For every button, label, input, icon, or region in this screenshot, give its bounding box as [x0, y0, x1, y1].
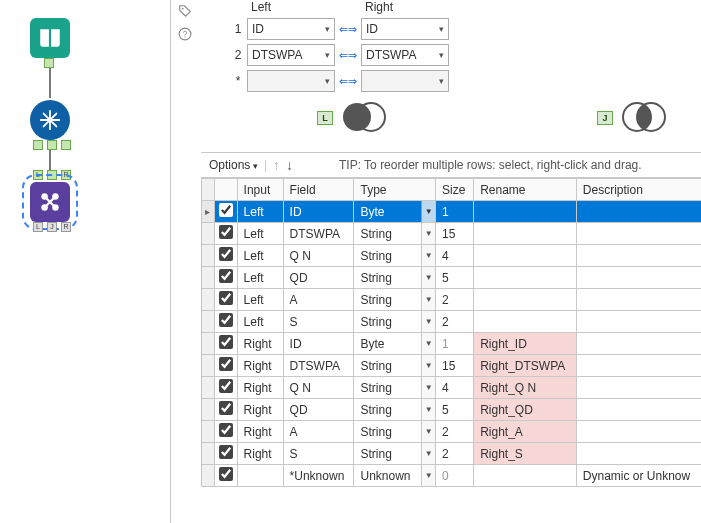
cell-description[interactable] [576, 377, 701, 399]
join-right-select[interactable]: ▾ [361, 70, 449, 92]
cell-field[interactable]: Q N [283, 377, 354, 399]
join-left-select[interactable]: DTSWPA▾ [247, 44, 335, 66]
table-row[interactable]: LeftSString▼2 [202, 311, 702, 333]
table-row[interactable]: RightSString▼2Right_S [202, 443, 702, 465]
cell-type[interactable]: String▼ [354, 355, 436, 377]
cell-field[interactable]: S [283, 443, 354, 465]
cell-rename[interactable] [474, 223, 577, 245]
chevron-down-icon[interactable]: ▼ [421, 399, 435, 420]
cell-size[interactable]: 1 [436, 333, 474, 355]
cell-description[interactable] [576, 201, 701, 223]
cell-input[interactable]: Right [237, 377, 283, 399]
chevron-down-icon[interactable]: ▼ [421, 443, 435, 464]
row-checkbox[interactable] [219, 335, 233, 349]
cell-size[interactable]: 15 [436, 223, 474, 245]
tag-icon[interactable] [178, 4, 192, 21]
cell-size[interactable]: 4 [436, 377, 474, 399]
cell-description[interactable] [576, 311, 701, 333]
row-checkbox[interactable] [219, 445, 233, 459]
cell-description[interactable]: Dynamic or Unknow [576, 465, 701, 487]
chevron-down-icon[interactable]: ▼ [421, 333, 435, 354]
venn-join[interactable]: J [621, 101, 667, 136]
col-field[interactable]: Field [283, 179, 354, 201]
cell-type[interactable]: Unknown▼ [354, 465, 436, 487]
tool-node-middle[interactable] [30, 100, 70, 140]
join-right-select[interactable]: DTSWPA▾ [361, 44, 449, 66]
anchor-out-j[interactable]: J [47, 222, 57, 232]
cell-input[interactable]: Left [237, 311, 283, 333]
cell-description[interactable] [576, 245, 701, 267]
cell-rename[interactable]: Right_DTSWPA [474, 355, 577, 377]
cell-type[interactable]: String▼ [354, 223, 436, 245]
table-row[interactable]: LeftDTSWPAString▼15 [202, 223, 702, 245]
cell-rename[interactable] [474, 465, 577, 487]
cell-type[interactable]: String▼ [354, 311, 436, 333]
table-row[interactable]: RightQDString▼5Right_QD [202, 399, 702, 421]
join-left-select[interactable]: ID▾ [247, 18, 335, 40]
cell-description[interactable] [576, 289, 701, 311]
cell-type[interactable]: String▼ [354, 443, 436, 465]
cell-rename[interactable] [474, 289, 577, 311]
cell-size[interactable]: 5 [436, 399, 474, 421]
cell-size[interactable]: 0 [436, 465, 474, 487]
cell-rename[interactable] [474, 267, 577, 289]
fields-grid[interactable]: Input Field Type Size Rename Description… [201, 178, 701, 487]
col-input[interactable]: Input [237, 179, 283, 201]
cell-size[interactable]: 4 [436, 245, 474, 267]
chevron-down-icon[interactable]: ▼ [421, 201, 435, 222]
cell-rename[interactable] [474, 245, 577, 267]
row-checkbox[interactable] [219, 357, 233, 371]
cell-field[interactable]: DTSWPA [283, 355, 354, 377]
chevron-down-icon[interactable]: ▼ [421, 245, 435, 266]
cell-input[interactable] [237, 465, 283, 487]
cell-field[interactable]: A [283, 289, 354, 311]
table-row[interactable]: RightIDByte▼1Right_ID [202, 333, 702, 355]
cell-input[interactable]: Left [237, 245, 283, 267]
cell-type[interactable]: String▼ [354, 245, 436, 267]
move-up-button[interactable]: ↑ [273, 157, 280, 173]
cell-size[interactable]: 2 [436, 289, 474, 311]
cell-field[interactable]: A [283, 421, 354, 443]
col-size[interactable]: Size [436, 179, 474, 201]
cell-size[interactable]: 15 [436, 355, 474, 377]
anchor-out-l[interactable]: L [33, 222, 43, 232]
table-row[interactable]: RightQ NString▼4Right_Q N [202, 377, 702, 399]
chevron-down-icon[interactable]: ▼ [421, 377, 435, 398]
cell-input[interactable]: Right [237, 421, 283, 443]
cell-input[interactable]: Right [237, 399, 283, 421]
cell-field[interactable]: QD [283, 267, 354, 289]
cell-type[interactable]: String▼ [354, 421, 436, 443]
cell-rename[interactable] [474, 201, 577, 223]
cell-size[interactable]: 1 [436, 201, 474, 223]
cell-rename[interactable]: Right_A [474, 421, 577, 443]
row-checkbox[interactable] [219, 269, 233, 283]
col-description[interactable]: Description [576, 179, 701, 201]
row-checkbox[interactable] [219, 467, 233, 481]
cell-rename[interactable]: Right_QD [474, 399, 577, 421]
row-checkbox[interactable] [219, 379, 233, 393]
cell-size[interactable]: 2 [436, 421, 474, 443]
chevron-down-icon[interactable]: ▼ [421, 267, 435, 288]
cell-description[interactable] [576, 267, 701, 289]
table-row[interactable]: LeftQ NString▼4 [202, 245, 702, 267]
cell-rename[interactable] [474, 311, 577, 333]
anchor-in-l[interactable]: L [33, 170, 43, 180]
cell-input[interactable]: Right [237, 443, 283, 465]
chevron-down-icon[interactable]: ▼ [421, 223, 435, 244]
cell-input[interactable]: Left [237, 267, 283, 289]
table-row[interactable]: LeftAString▼2 [202, 289, 702, 311]
row-checkbox[interactable] [219, 291, 233, 305]
row-checkbox[interactable] [219, 203, 233, 217]
cell-field[interactable]: ID [283, 333, 354, 355]
cell-field[interactable]: *Unknown [283, 465, 354, 487]
row-checkbox[interactable] [219, 225, 233, 239]
chevron-down-icon[interactable]: ▼ [421, 421, 435, 442]
cell-input[interactable]: Left [237, 201, 283, 223]
cell-field[interactable]: DTSWPA [283, 223, 354, 245]
col-rename[interactable]: Rename [474, 179, 577, 201]
cell-input[interactable]: Right [237, 355, 283, 377]
tool-node-join[interactable] [30, 182, 70, 222]
cell-type[interactable]: String▼ [354, 289, 436, 311]
venn-left[interactable]: L [341, 101, 387, 136]
row-checkbox[interactable] [219, 423, 233, 437]
